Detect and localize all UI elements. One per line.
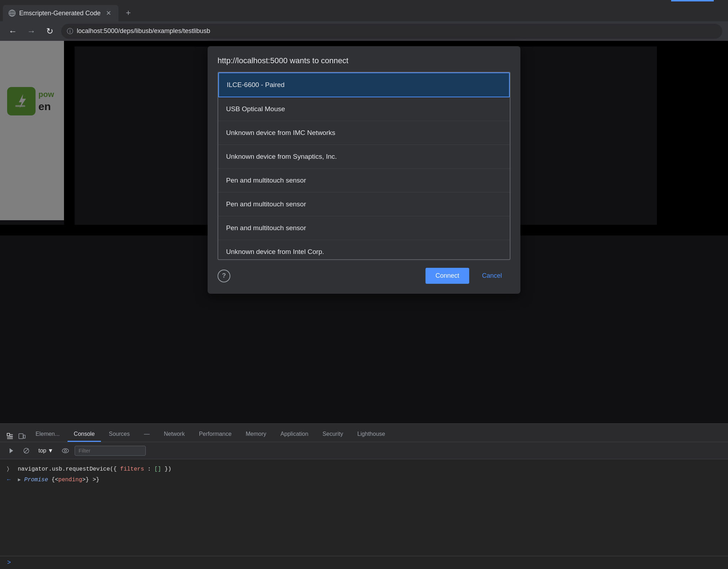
console-input-prompt-icon: 〉 [7, 465, 14, 473]
info-icon: ⓘ [67, 27, 73, 36]
devtools-toolbar: top ▼ [0, 442, 728, 459]
nav-bar: ← → ↻ ⓘ localhost:5000/deps/libusb/examp… [0, 21, 728, 41]
eye-icon[interactable] [60, 445, 71, 456]
device-item-7[interactable]: Unknown device from Intel Corp. [218, 240, 510, 260]
svg-rect-12 [23, 435, 25, 438]
devtools-toolbar-icons [4, 430, 28, 442]
devtools-tab-sep: — [138, 427, 156, 442]
tab-title: Emscripten-Generated Code [19, 10, 101, 17]
dialog-title: http://localhost:5000 wants to connect [218, 56, 510, 65]
top-selector-label: top [38, 448, 46, 454]
devtools-tab-application[interactable]: Application [274, 427, 315, 442]
device-name-5: Pen and multitouch sensor [226, 200, 306, 208]
dialog-overlay: http://localhost:5000 wants to connect I… [0, 41, 728, 423]
console-filter-input[interactable] [75, 446, 146, 456]
device-item-1[interactable]: USB Optical Mouse [218, 97, 510, 121]
devtools-tabs: Elemen... Console Sources — Network Perf… [0, 424, 728, 442]
devtools-tab-console[interactable]: Console [68, 427, 101, 442]
element-picker-icon[interactable] [4, 430, 16, 442]
device-name-1: USB Optical Mouse [226, 105, 285, 113]
play-icon[interactable] [6, 445, 17, 456]
console-cursor-prompt: > [7, 559, 11, 566]
device-name-7: Unknown device from Intel Corp. [226, 248, 324, 255]
address-bar[interactable]: ⓘ localhost:5000/deps/libusb/examples/te… [61, 24, 722, 39]
block-icon[interactable] [21, 445, 32, 456]
svg-point-17 [64, 450, 66, 452]
usb-connect-dialog: http://localhost:5000 wants to connect I… [208, 46, 520, 294]
back-button[interactable]: ← [6, 24, 20, 38]
promise-text: ► Promise {<pending>} [18, 476, 89, 484]
device-item-0[interactable]: ILCE-6600 - Paired [218, 72, 510, 97]
device-name-3: Unknown device from Synaptics, Inc. [226, 153, 337, 160]
cancel-button[interactable]: Cancel [473, 268, 510, 284]
svg-rect-6 [7, 433, 10, 436]
devtools-tab-sources[interactable]: Sources [102, 427, 136, 442]
devtools-tab-network[interactable]: Network [157, 427, 191, 442]
browser-tab[interactable]: Emscripten-Generated Code ✕ [3, 5, 118, 21]
tab-close-button[interactable]: ✕ [104, 9, 113, 17]
promise-expand-icon[interactable]: ► [18, 477, 21, 483]
device-list: ILCE-6600 - Paired USB Optical Mouse Unk… [218, 72, 510, 260]
svg-point-16 [62, 449, 69, 453]
device-toggle-icon[interactable] [16, 430, 28, 442]
devtools-tab-elements[interactable]: Elemen... [29, 427, 66, 442]
top-context-selector[interactable]: top ▼ [36, 446, 56, 455]
console-output: 〉 navigator.usb.requestDevice({ filters … [0, 459, 728, 556]
devtools-panel: Elemen... Console Sources — Network Perf… [0, 423, 728, 569]
device-name-0: ILCE-6600 - Paired [227, 81, 285, 88]
reload-button[interactable]: ↻ [43, 24, 57, 38]
help-icon[interactable]: ? [218, 270, 230, 282]
tab-bar: Emscripten-Generated Code ✕ + [0, 0, 728, 21]
device-item-3[interactable]: Unknown device from Synaptics, Inc. [218, 145, 510, 169]
svg-marker-13 [10, 448, 13, 453]
devtools-tab-security[interactable]: Security [316, 427, 349, 442]
console-command-text: navigator.usb.requestDevice({ filters : … [18, 465, 171, 473]
svg-rect-11 [19, 434, 23, 439]
devtools-tab-performance[interactable]: Performance [193, 427, 238, 442]
tab-favicon-icon [9, 10, 16, 17]
device-name-6: Pen and multitouch sensor [226, 224, 306, 232]
new-tab-button[interactable]: + [121, 6, 135, 20]
devtools-tab-lighthouse[interactable]: Lighthouse [351, 427, 391, 442]
address-text: localhost:5000/deps/libusb/examples/test… [77, 27, 210, 35]
console-return-arrow: ← [7, 476, 14, 484]
dialog-footer: ? Connect Cancel [218, 268, 510, 284]
svg-line-15 [24, 449, 28, 453]
browser-chrome: Emscripten-Generated Code ✕ + ← → ↻ ⓘ lo… [0, 0, 728, 41]
device-name-4: Pen and multitouch sensor [226, 177, 306, 184]
connect-button[interactable]: Connect [425, 268, 469, 284]
devtools-tab-memory[interactable]: Memory [239, 427, 273, 442]
device-item-4[interactable]: Pen and multitouch sensor [218, 169, 510, 193]
top-right-accent [671, 0, 714, 1]
dropdown-arrow-icon: ▼ [48, 448, 53, 454]
console-line-1: 〉 navigator.usb.requestDevice({ filters … [7, 465, 721, 473]
dialog-buttons: Connect Cancel [425, 268, 510, 284]
device-name-2: Unknown device from IMC Networks [226, 129, 335, 136]
device-item-2[interactable]: Unknown device from IMC Networks [218, 121, 510, 145]
device-item-6[interactable]: Pen and multitouch sensor [218, 216, 510, 240]
device-item-5[interactable]: Pen and multitouch sensor [218, 193, 510, 216]
forward-button[interactable]: → [24, 24, 38, 38]
console-input-line: > [0, 556, 728, 569]
console-line-2: ← ► Promise {<pending>} >} [7, 476, 721, 484]
